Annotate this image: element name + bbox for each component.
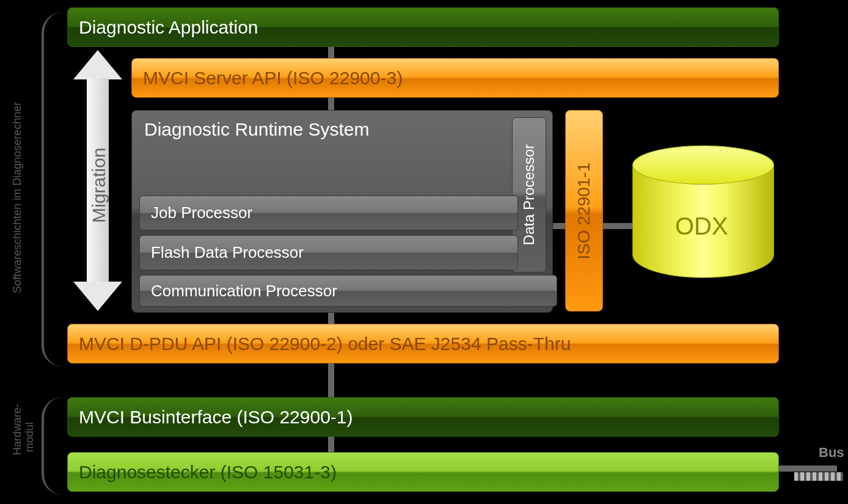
label-iso22901: ISO 22901-1 <box>574 163 594 260</box>
box-diagnosestecker: Diagnosestecker (ISO 15031-3) <box>67 452 779 492</box>
side-label-hw1: Hardware- <box>11 400 24 455</box>
label-bus: Bus <box>819 445 844 461</box>
label-runtime-title: Diagnostic Runtime System <box>144 119 369 140</box>
arrow-down-head <box>73 282 122 311</box>
label-businterface: MVCI Businterface (ISO 22900-1) <box>79 407 353 428</box>
label-flash: Flash Data Processor <box>151 243 304 262</box>
bus-line <box>779 466 837 472</box>
diagram-stage: Softwareschichten im Diagnoserechner Har… <box>0 0 848 504</box>
label-stecker: Diagnosestecker (ISO 15031-3) <box>79 462 337 483</box>
label-odx: ODX <box>675 213 728 240</box>
label-mvci-dpdu: MVCI D-PDU API (ISO 22900-2) oder SAE J2… <box>79 334 571 354</box>
side-label-software: Softwareschichten im Diagnoserechner <box>11 92 24 293</box>
brace-hardware <box>42 397 62 495</box>
box-diagnostic-application: Diagnostic Application <box>67 7 779 47</box>
arrow-up-head <box>73 50 122 79</box>
box-job-processor: Job Processor <box>139 195 518 230</box>
label-comm: Communication Processor <box>151 282 337 301</box>
box-comm-processor: Communication Processor <box>139 275 557 307</box>
label-diag-app: Diagnostic Application <box>79 17 258 38</box>
side-label-hw2: modul <box>23 415 36 452</box>
label-data-processor: Data Processor <box>521 144 538 245</box>
box-mvci-businterface: MVCI Businterface (ISO 22900-1) <box>67 397 779 437</box>
brace-software <box>42 12 62 367</box>
box-mvci-server-api: MVCI Server API (ISO 22900-3) <box>131 58 779 98</box>
bus-connector-icon <box>794 472 843 481</box>
box-flash-processor: Flash Data Processor <box>139 235 518 270</box>
odx-cylinder-top <box>632 145 774 184</box>
label-job: Job Processor <box>151 203 252 222</box>
label-mvci-server: MVCI Server API (ISO 22900-3) <box>143 68 403 89</box>
box-iso22901-1: ISO 22901-1 <box>565 110 603 312</box>
box-mvci-dpdu-api: MVCI D-PDU API (ISO 22900-2) oder SAE J2… <box>67 324 779 363</box>
label-migration: Migration <box>89 137 109 223</box>
